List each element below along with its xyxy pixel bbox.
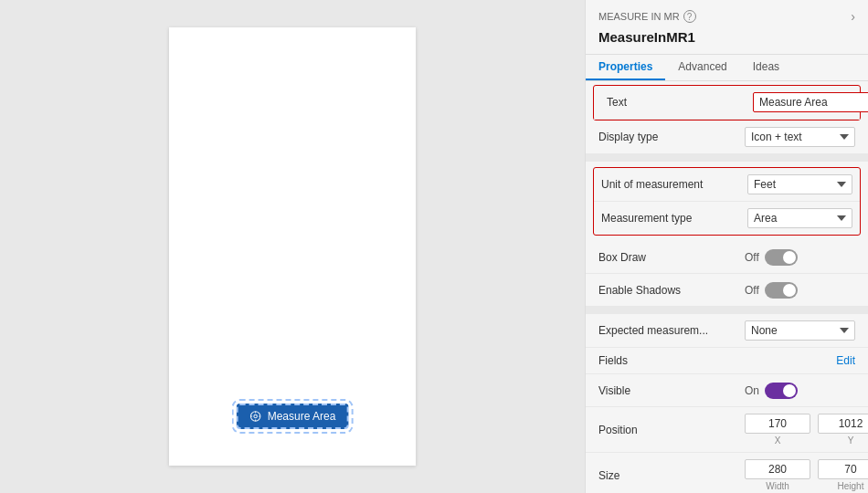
position-x-input[interactable] xyxy=(745,414,810,434)
component-name: MeasureInMR1 xyxy=(598,27,855,50)
tab-ideas[interactable]: Ideas xyxy=(740,55,792,80)
size-width-label: Width xyxy=(745,481,810,491)
svg-point-1 xyxy=(254,414,258,418)
position-y-input[interactable] xyxy=(818,414,868,434)
properties-panel: MEASURE IN MR ? › MeasureInMR1 Propertie… xyxy=(585,0,868,493)
measure-button-label: Measure Area xyxy=(268,410,336,423)
expected-measurement-row: Expected measurem... None xyxy=(586,314,868,348)
display-type-select[interactable]: Icon + text Icon only Text only xyxy=(745,127,855,147)
enable-shadows-toggle[interactable] xyxy=(765,282,798,299)
enable-shadows-label: Enable Shadows xyxy=(598,284,745,297)
section-divider-1 xyxy=(586,154,868,162)
visible-toggle[interactable] xyxy=(765,383,798,399)
size-height-input[interactable] xyxy=(818,459,868,479)
enable-shadows-value: Off xyxy=(745,284,759,297)
box-draw-label: Box Draw xyxy=(598,251,745,264)
text-label: Text xyxy=(607,96,753,109)
tab-advanced[interactable]: Advanced xyxy=(665,55,739,80)
measure-icon xyxy=(249,410,262,423)
box-draw-value: Off xyxy=(745,251,759,264)
size-row: Size Width Height xyxy=(586,453,868,493)
visible-value: On xyxy=(745,384,759,397)
unit-row: Unit of measurement Feet Meters Inches xyxy=(594,168,860,202)
canvas-page: Measure Area xyxy=(169,27,416,466)
size-width-input[interactable] xyxy=(745,459,810,479)
measurement-group: Unit of measurement Feet Meters Inches M… xyxy=(593,167,861,236)
position-label: Position xyxy=(598,424,745,436)
display-type-label: Display type xyxy=(598,131,745,143)
visible-toggle-wrap: On xyxy=(745,383,798,399)
box-draw-row: Box Draw Off xyxy=(586,241,868,274)
section-divider-2 xyxy=(586,307,868,314)
text-input[interactable] xyxy=(753,92,868,112)
unit-label: Unit of measurement xyxy=(601,178,747,191)
measure-area-button[interactable]: Measure Area xyxy=(237,404,349,429)
panel-body: Text Display type Icon + text Icon only … xyxy=(586,81,868,493)
size-inputs: Width Height xyxy=(745,459,868,491)
expected-measurement-label: Expected measurem... xyxy=(598,324,745,337)
box-draw-toggle-wrap: Off xyxy=(745,249,798,266)
position-inputs: X Y xyxy=(745,414,868,446)
unit-select[interactable]: Feet Meters Inches xyxy=(747,174,852,194)
fields-edit-button[interactable]: Edit xyxy=(836,354,855,367)
text-row: Text xyxy=(594,86,860,120)
box-draw-toggle[interactable] xyxy=(765,249,798,266)
visible-row: Visible On xyxy=(586,374,868,407)
fields-row: Fields Edit xyxy=(586,348,868,374)
position-row: Position X Y xyxy=(586,407,868,453)
panel-tabs: Properties Advanced Ideas xyxy=(586,55,868,81)
section-label: MEASURE IN MR ? xyxy=(598,10,696,23)
expand-icon[interactable]: › xyxy=(851,9,855,24)
measurement-type-row: Measurement type Area Distance Volume xyxy=(594,202,860,235)
canvas-area: Measure Area xyxy=(0,0,585,493)
expected-measurement-select[interactable]: None xyxy=(745,320,855,341)
size-height-label: Height xyxy=(818,481,868,491)
display-type-row: Display type Icon + text Icon only Text … xyxy=(586,121,868,154)
text-property-group: Text xyxy=(593,85,861,121)
enable-shadows-toggle-wrap: Off xyxy=(745,282,798,299)
measurement-type-select[interactable]: Area Distance Volume xyxy=(747,208,852,228)
size-label: Size xyxy=(598,469,745,482)
fields-label: Fields xyxy=(598,354,836,367)
panel-header: MEASURE IN MR ? › MeasureInMR1 xyxy=(586,0,868,55)
tab-properties[interactable]: Properties xyxy=(586,55,665,80)
visible-label: Visible xyxy=(598,384,745,397)
enable-shadows-row: Enable Shadows Off xyxy=(586,274,868,307)
position-x-label: X xyxy=(745,435,810,446)
position-y-label: Y xyxy=(818,435,868,446)
measurement-type-label: Measurement type xyxy=(601,212,747,225)
help-icon[interactable]: ? xyxy=(683,10,696,23)
